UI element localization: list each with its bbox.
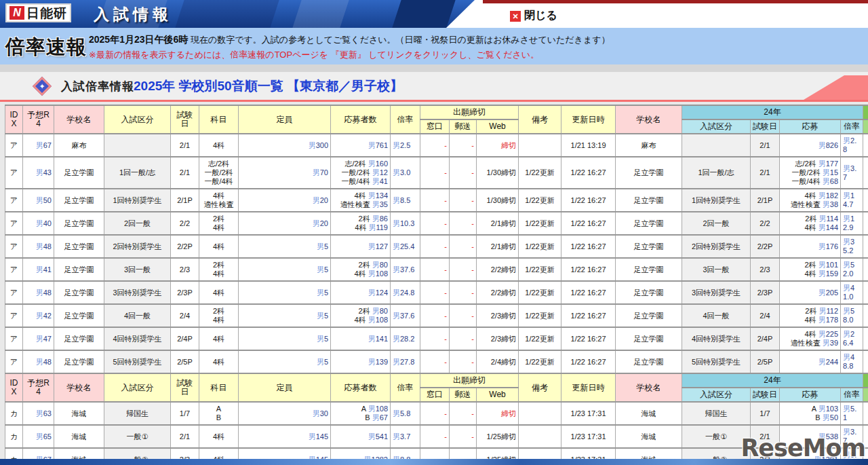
cell-note — [519, 134, 561, 157]
col-division-24: 入試区分 — [682, 119, 751, 134]
col-capacity: 定員 — [239, 373, 331, 402]
cell-division-24: 2回一般 — [682, 212, 751, 235]
cell-mail-deadline: - — [450, 402, 477, 425]
page-title: 2025年 学校別50音順一覧 【東京都／男子校】 — [134, 77, 403, 95]
cell-capacity: 男20 — [239, 212, 331, 235]
col-exam-date: 試験日 — [171, 105, 199, 134]
table-row: カ男63海城帰国生1/7AB男30A 男108B 男67男5.8--締切1/23… — [5, 402, 868, 425]
col-next-edge — [863, 119, 868, 134]
cell-subject: 4科 — [199, 235, 239, 258]
cell-r4: 男42 — [23, 304, 54, 327]
diamond-icon — [33, 77, 52, 96]
cell-web-deadline: 2/1締切 — [477, 212, 519, 235]
gray-strip — [0, 64, 868, 72]
cell-subject: 2科4科 — [199, 258, 239, 281]
cell-applicants-24: 男176 — [780, 235, 841, 258]
cell-ratio: 男10.3 — [391, 212, 420, 235]
cell-idx: カ — [5, 425, 23, 448]
cell-school: 足立学園 — [54, 235, 104, 258]
col-updated: 更新日時 — [561, 105, 616, 134]
cell-applicants: 男761 — [331, 134, 391, 157]
logo-name: 日能研 — [26, 7, 67, 20]
cell-applicants: 男541 — [331, 425, 391, 448]
cell-school: 足立学園 — [54, 189, 104, 212]
cell-updated: 1/22 16:27 — [561, 327, 616, 350]
cell-capacity: 男70 — [239, 157, 331, 189]
col-division: 入試区分 — [104, 373, 171, 402]
cell-division: 4回特別奨学生 — [104, 327, 171, 350]
cell-r4: 男50 — [23, 189, 54, 212]
cell-window-deadline: - — [420, 134, 450, 157]
cell-r4: 男63 — [23, 402, 54, 425]
table-row: ア男48足立学園5回特別奨学生2/5P4科男5男139男27.8--2/4締切1… — [5, 350, 868, 373]
cell-school: 足立学園 — [54, 350, 104, 373]
cell-exam-date: 2/4 — [171, 304, 199, 327]
col-subject: 科目 — [199, 105, 239, 134]
table-row: ア男43足立学園1回一般/志2/1志/2科一般/2科一般/4科男70志/2科 男… — [5, 157, 868, 189]
banner-datetime: 2025年1月23日午後6時 — [89, 34, 188, 45]
cell-web-deadline: 1/30締切 — [477, 157, 519, 189]
table-area: IDX予想R4学校名入試区分試験日科目定員応募者数倍率出願締切備考更新日時学校名… — [0, 102, 868, 465]
cell-window-deadline: - — [420, 258, 450, 281]
cell-r4: 男67 — [23, 134, 54, 157]
cell-subject: 2科4科 — [199, 212, 239, 235]
cell-division: 1回一般/志 — [104, 157, 171, 189]
cell-ratio: 男5.8 — [391, 402, 420, 425]
cell-capacity: 男5 — [239, 258, 331, 281]
banner-text: 2025年1月23日午後6時 現在の数字です。入試の参考としてご覧ください。（日… — [89, 32, 610, 62]
cell-note: 1/22更新 — [519, 350, 561, 373]
cell-ratio: 男37.6 — [391, 304, 420, 327]
cell-capacity: 男5 — [239, 235, 331, 258]
cell-ratio-24: 男26.4 — [841, 327, 863, 350]
cell-subject: 4科 — [199, 134, 239, 157]
cell-updated: 1/22 16:27 — [561, 189, 616, 212]
cell-window-deadline: - — [420, 350, 450, 373]
cell-next-edge — [863, 258, 868, 281]
cell-note: 1/22更新 — [519, 189, 561, 212]
col-ratio: 倍率 — [391, 373, 420, 402]
cell-division-24: 2回特別奨学生 — [682, 235, 751, 258]
cell-web-deadline: 2/1締切 — [477, 235, 519, 258]
cell-division-24: 4回特別奨学生 — [682, 327, 751, 350]
table-row: カ男65海城一般①2/14科男145男541男3.7--1/25締切1/23 1… — [5, 425, 868, 448]
cell-next-edge — [863, 304, 868, 327]
cell-division: 3回一般 — [104, 258, 171, 281]
cell-web-deadline: 2/2締切 — [477, 281, 519, 304]
cell-applicants-24: 2科 男1144科 男144 — [780, 212, 841, 235]
ratio-table: IDX予想R4学校名入試区分試験日科目定員応募者数倍率出願締切備考更新日時学校名… — [5, 105, 868, 465]
cell-note: 1/22更新 — [519, 235, 561, 258]
red-wedge-decoration — [804, 75, 868, 100]
cell-mail-deadline: - — [450, 235, 477, 258]
col-deadline-group: 出願締切 — [420, 373, 519, 388]
cell-web-deadline: 2/2締切 — [477, 258, 519, 281]
cell-school-24: 足立学園 — [616, 304, 682, 327]
cell-idx: カ — [5, 402, 23, 425]
cell-idx: ア — [5, 304, 23, 327]
table-row: ア男42足立学園4回一般2/42科4科男52科 男804科 男108男37.6-… — [5, 304, 868, 327]
cell-window-deadline: - — [420, 189, 450, 212]
col-year24-group: 24年 — [682, 105, 863, 119]
navbar-decoration — [175, 0, 279, 28]
cell-r4: 男40 — [23, 212, 54, 235]
cell-date-24: 2/1 — [751, 157, 780, 189]
cell-applicants-24: 4科 男225適性検査 男39 — [780, 327, 841, 350]
cell-ratio: 男2.5 — [391, 134, 420, 157]
close-icon — [510, 11, 521, 22]
col-exam-date: 試験日 — [171, 373, 199, 402]
cell-division-24: 3回一般 — [682, 258, 751, 281]
cell-updated: 1/22 16:27 — [561, 304, 616, 327]
cell-r4: 男43 — [23, 157, 54, 189]
col-note: 備考 — [519, 105, 561, 134]
cell-exam-date: 2/1 — [171, 425, 199, 448]
col-r4: 予想R4 — [23, 105, 54, 134]
cell-r4: 男48 — [23, 281, 54, 304]
cell-division: 4回一般 — [104, 304, 171, 327]
close-button[interactable]: 閉じる — [510, 9, 557, 23]
cell-updated: 1/23 17:31 — [561, 425, 616, 448]
cell-next-edge — [863, 281, 868, 304]
nichinoken-logo[interactable]: N 日能研 — [5, 3, 71, 22]
cell-date-24: 2/2 — [751, 212, 780, 235]
col-note: 備考 — [519, 373, 561, 402]
cell-exam-date: 2/4P — [171, 327, 199, 350]
cell-school: 海城 — [54, 425, 104, 448]
